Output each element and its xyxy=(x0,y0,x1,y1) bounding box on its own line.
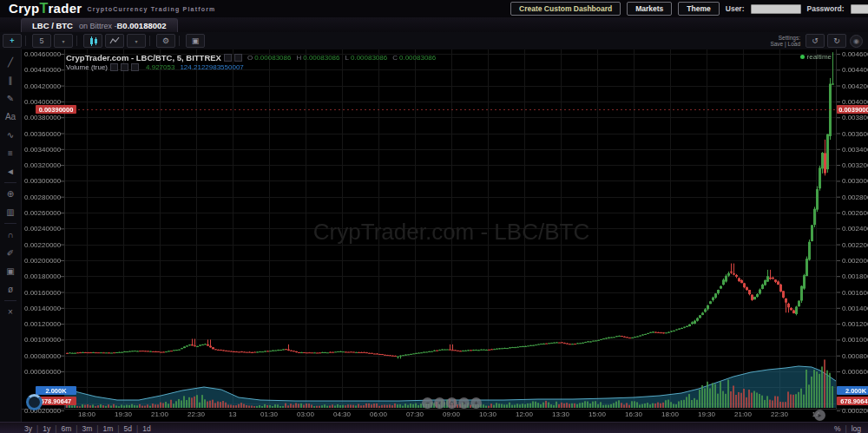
interval-button[interactable]: 5 xyxy=(32,34,51,48)
close-value: 0.00083086 xyxy=(399,54,436,62)
logo-arrow-icon: T xyxy=(39,1,48,16)
crosshair-tool-button[interactable]: + xyxy=(3,34,22,48)
volume-indicator-label: Volume (true) xyxy=(66,63,108,71)
volume-value: 4.927053 xyxy=(146,63,174,71)
legend-toggle-icon[interactable] xyxy=(224,54,232,62)
create-custom-dashboard-button[interactable]: Create Custom Dashboard xyxy=(510,2,621,16)
screenshot-button[interactable]: ▣ xyxy=(186,34,205,48)
range-1d[interactable]: 1d xyxy=(142,424,150,433)
lock-tool[interactable]: ▣ xyxy=(3,262,18,280)
theme-button[interactable]: Theme xyxy=(678,2,719,16)
separator: | xyxy=(136,424,138,433)
high-value: 0.00083086 xyxy=(303,54,339,62)
trend-line-tool[interactable]: ╱ xyxy=(3,53,18,71)
range-selector: 3y|1y|6m|3m|1m|5d|1d xyxy=(24,424,151,433)
username-input[interactable] xyxy=(751,4,801,14)
tab-pair-label: LBC / BTC xyxy=(32,21,73,30)
app-header: CrypTrader CryptoCurrency Trading Platfo… xyxy=(0,0,868,18)
markets-button[interactable]: Markets xyxy=(627,2,672,16)
indicator-settings-button[interactable]: ⚙ xyxy=(156,34,175,48)
go-to-realtime-button[interactable]: ▸ xyxy=(814,410,825,421)
range-1m[interactable]: 1m xyxy=(102,424,113,433)
market-tab-lbc-btc[interactable]: LBC / BTC on Bittrex - B 0.00188002 xyxy=(21,18,178,32)
price-chart-canvas[interactable] xyxy=(22,49,868,422)
separator: | xyxy=(96,424,98,433)
text-tool[interactable]: Aa xyxy=(3,108,18,126)
scale-log[interactable]: log xyxy=(852,424,861,433)
zoom-tool[interactable]: ⊕ xyxy=(3,185,18,203)
zoom-out-button[interactable]: − xyxy=(422,397,433,409)
snapshot-icon: ◉ xyxy=(853,37,859,45)
undo-button[interactable]: ↺ xyxy=(806,34,825,48)
market-tab-bar: LBC / BTC on Bittrex - B 0.00188002 xyxy=(0,17,868,32)
volume-scale-badge-right: 2.000K xyxy=(837,386,868,395)
password-input[interactable] xyxy=(851,4,868,14)
crosshair-icon: + xyxy=(10,36,14,45)
range-1y[interactable]: 1y xyxy=(43,424,50,433)
volume-scale-badge-left: 2.000K xyxy=(36,386,76,395)
volume-current-badge-right: 678.90647 xyxy=(837,397,868,405)
legend-toggle-icon[interactable] xyxy=(121,63,128,71)
chevron-down-icon: ▾ xyxy=(135,38,137,44)
remove-drawings-tool[interactable]: × xyxy=(3,303,18,321)
fib-retracement-tool[interactable]: ≡ xyxy=(3,144,18,162)
chart-title: CrypTrader.com - LBC/BTC, 5, BITTREX xyxy=(66,53,221,62)
tab-exchange-label: on Bittrex - xyxy=(79,22,117,30)
range-3m[interactable]: 3m xyxy=(82,424,92,433)
separator: | xyxy=(117,424,119,433)
line-style-button[interactable] xyxy=(105,34,124,48)
legend-toggle-icon[interactable] xyxy=(131,63,139,71)
loading-spinner-icon xyxy=(26,394,43,410)
drawing-toolbar: ╱∥✎Aa∿≡◄⊕▥∩✐▣ø× xyxy=(0,49,22,425)
snapshot-button[interactable]: ◉ xyxy=(850,35,863,48)
separator: | xyxy=(36,424,38,433)
settings-save-load[interactable]: Settings:Save | Load xyxy=(770,35,800,47)
undo-icon: ↺ xyxy=(812,36,819,45)
low-value: 0.00083086 xyxy=(351,54,387,62)
realtime-dot-icon xyxy=(800,55,805,59)
brush-tool[interactable]: ✎ xyxy=(3,89,18,108)
pan-left-button[interactable]: ‹ xyxy=(434,397,445,409)
pan-right-button[interactable]: › xyxy=(458,397,470,409)
app-logo: CrypTrader xyxy=(9,1,82,16)
chart-nav-buttons: −‹⌂›+ xyxy=(422,397,482,409)
tool-divider xyxy=(4,300,16,301)
draw-tool[interactable]: ✐ xyxy=(3,244,18,262)
toolbar-divider xyxy=(76,36,77,46)
user-label: User: xyxy=(726,4,745,13)
pattern-tool[interactable]: ∿ xyxy=(3,126,18,144)
separator: | xyxy=(55,424,56,433)
separator: | xyxy=(845,424,846,433)
tab-price: 0.00188002 xyxy=(122,21,166,30)
tool-divider xyxy=(4,223,16,224)
toolbar-divider xyxy=(149,36,150,46)
interval-dropdown-button[interactable]: ▾ xyxy=(54,34,73,48)
zoom-in-button[interactable]: + xyxy=(470,397,482,409)
legend-toggle-icon[interactable] xyxy=(234,54,242,62)
hide-drawings-tool[interactable]: ø xyxy=(3,280,18,299)
range-3y[interactable]: 3y xyxy=(24,424,32,433)
reset-view-button[interactable]: ⌂ xyxy=(446,397,457,409)
redo-button[interactable]: ↻ xyxy=(827,34,846,48)
separator: | xyxy=(76,424,77,433)
range-5d[interactable]: 5d xyxy=(124,424,132,433)
scale-%[interactable]: % xyxy=(834,424,841,433)
app-tagline: CryptoCurrency Trading Platform xyxy=(87,6,215,12)
parallel-channel-tool[interactable]: ∥ xyxy=(3,71,18,89)
chart-footer: 3y|1y|6m|3m|1m|5d|1d %|log xyxy=(0,422,868,433)
legend-toggle-icon[interactable] xyxy=(110,63,118,71)
style-dropdown-button[interactable]: ▾ xyxy=(127,34,146,48)
candlestick-style-button[interactable] xyxy=(83,34,102,48)
camera-icon: ▣ xyxy=(192,36,200,45)
redo-icon: ↻ xyxy=(833,36,840,45)
realtime-indicator: realtime xyxy=(800,53,832,61)
gear-icon: ⚙ xyxy=(162,36,169,45)
arrow-tool[interactable]: ◄ xyxy=(3,162,18,180)
candlestick-icon xyxy=(89,36,98,46)
range-6m[interactable]: 6m xyxy=(61,424,71,433)
tool-divider xyxy=(4,182,16,183)
measure-tool[interactable]: ▥ xyxy=(3,203,18,221)
magnet-tool[interactable]: ∩ xyxy=(3,226,18,244)
chart-region[interactable]: CrypTrader.com - LBC/BTC, 5, BITTREX O0.… xyxy=(22,49,868,422)
line-chart-icon xyxy=(109,36,120,45)
